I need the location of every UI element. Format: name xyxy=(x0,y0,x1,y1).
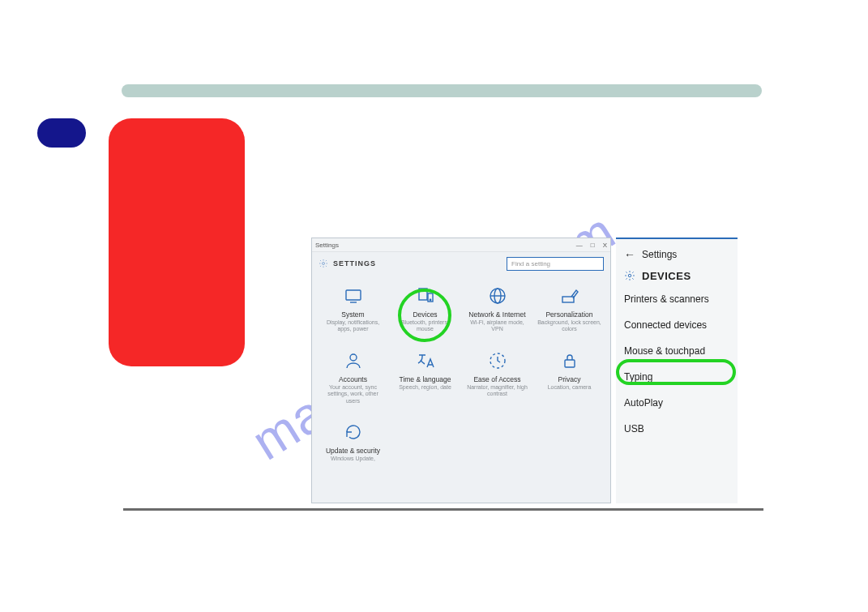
back-label: Settings xyxy=(642,249,677,260)
maximize-button[interactable]: □ xyxy=(591,242,595,249)
display-icon xyxy=(344,286,363,306)
window-titlebar: Settings — □ X xyxy=(312,238,610,252)
paint-icon xyxy=(560,286,579,306)
decorative-footer-rule xyxy=(123,508,763,511)
decorative-blue-pill xyxy=(37,118,86,148)
minimize-button[interactable]: — xyxy=(576,242,583,249)
page: manualshive.com Settings — □ X SETTINGS … xyxy=(0,0,868,612)
tile-system[interactable]: System Display, notifications, apps, pow… xyxy=(317,286,389,333)
devices-section-title: DEVICES xyxy=(642,270,691,282)
person-icon xyxy=(344,351,363,370)
sidebar-item-label: Mouse & touchpad xyxy=(624,345,705,357)
highlight-circle-devices xyxy=(398,289,451,342)
tile-subtitle: Background, lock screen, colors xyxy=(537,319,602,333)
window-title: Settings xyxy=(315,242,339,249)
svg-rect-1 xyxy=(346,290,361,300)
settings-header: SETTINGS Find a setting xyxy=(312,252,610,275)
window-controls: — □ X xyxy=(576,242,607,249)
sidebar-item-printers[interactable]: Printers & scanners xyxy=(616,286,738,312)
tile-title: Privacy xyxy=(558,375,581,383)
back-to-settings[interactable]: ← Settings xyxy=(616,244,738,265)
tile-subtitle: Windows Update, xyxy=(331,456,375,462)
svg-point-10 xyxy=(350,354,357,361)
tile-subtitle: Narrator, magnifier, high contrast xyxy=(465,384,530,398)
tile-update-security[interactable]: Update & security Windows Update, xyxy=(317,422,389,462)
tile-time-language[interactable]: Time & language Speech, region, date xyxy=(389,351,461,404)
highlight-circle-mouse-touchpad xyxy=(616,359,736,385)
tile-title: Ease of Access xyxy=(473,375,520,383)
search-input[interactable]: Find a setting xyxy=(507,257,604,271)
tile-subtitle: Location, camera xyxy=(548,384,592,391)
settings-header-left: SETTINGS xyxy=(319,259,376,268)
svg-rect-12 xyxy=(565,360,575,367)
tile-accounts[interactable]: Accounts Your account, sync settings, wo… xyxy=(317,351,389,404)
language-icon xyxy=(416,351,435,370)
tile-title: Personalization xyxy=(545,310,592,319)
tile-title: Update & security xyxy=(326,447,380,455)
sidebar-item-label: AutoPlay xyxy=(624,397,663,409)
globe-icon xyxy=(488,286,507,306)
sidebar-item-label: Printers & scanners xyxy=(624,293,709,305)
sidebar-item-usb[interactable]: USB xyxy=(616,416,738,442)
tile-title: Time & language xyxy=(400,375,451,383)
svg-point-0 xyxy=(323,263,325,265)
svg-rect-9 xyxy=(562,297,574,302)
ease-of-access-icon xyxy=(488,351,507,370)
tile-subtitle: Display, notifications, apps, power xyxy=(321,319,386,333)
gear-icon xyxy=(624,270,635,281)
back-arrow-icon: ← xyxy=(624,248,635,261)
svg-point-13 xyxy=(628,274,631,277)
sidebar-item-autoplay[interactable]: AutoPlay xyxy=(616,390,738,416)
tile-subtitle: Wi-Fi, airplane mode, VPN xyxy=(465,319,530,333)
search-placeholder: Find a setting xyxy=(511,260,550,267)
tile-network[interactable]: Network & Internet Wi-Fi, airplane mode,… xyxy=(461,286,533,333)
devices-section-header: DEVICES xyxy=(616,265,738,286)
tile-title: System xyxy=(341,310,364,319)
settings-heading: SETTINGS xyxy=(333,259,376,267)
decorative-header-bar xyxy=(122,84,762,97)
tile-subtitle: Your account, sync settings, work, other… xyxy=(321,384,386,404)
tile-title: Network & Internet xyxy=(468,310,525,319)
tile-privacy[interactable]: Privacy Location, camera xyxy=(533,351,605,404)
update-icon xyxy=(344,422,363,442)
close-button[interactable]: X xyxy=(603,242,607,249)
tile-personalization[interactable]: Personalization Background, lock screen,… xyxy=(533,286,605,333)
sidebar-item-connected-devices[interactable]: Connected devices xyxy=(616,312,738,338)
settings-window: Settings — □ X SETTINGS Find a setting S… xyxy=(311,238,611,503)
tile-subtitle: Speech, region, date xyxy=(399,384,451,391)
tile-ease-of-access[interactable]: Ease of Access Narrator, magnifier, high… xyxy=(461,351,533,404)
settings-tiles-grid: System Display, notifications, apps, pow… xyxy=(312,275,610,462)
lock-icon xyxy=(560,351,579,370)
decorative-red-block xyxy=(109,118,245,366)
sidebar-item-label: Connected devices xyxy=(624,319,707,331)
tile-title: Accounts xyxy=(339,375,367,383)
gear-icon xyxy=(319,259,328,268)
sidebar-item-label: USB xyxy=(624,423,644,434)
